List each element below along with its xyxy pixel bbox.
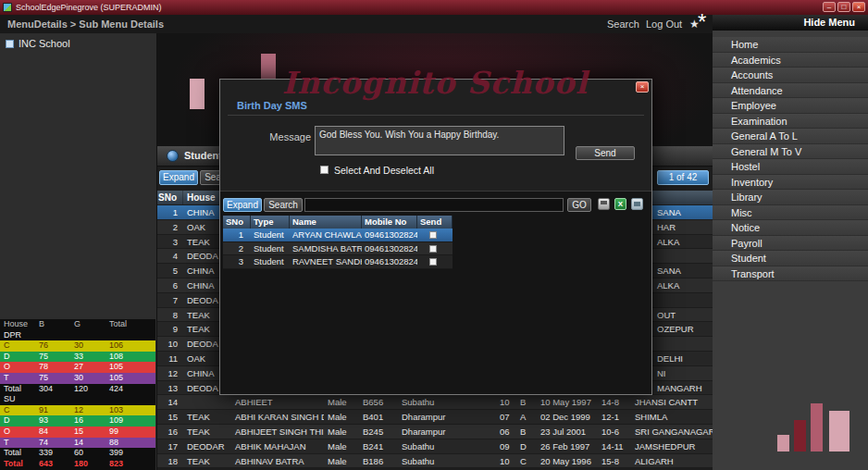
cell-dob: 23 Jul 2001 bbox=[537, 425, 598, 439]
stats-total: 399 bbox=[105, 448, 155, 459]
sms-table-header: SNo Type Name Mobile No Send bbox=[223, 216, 453, 229]
cell-room: B656 bbox=[359, 395, 398, 409]
send-button[interactable]: Send bbox=[576, 146, 635, 160]
close-button[interactable]: × bbox=[852, 2, 865, 12]
minimize-button[interactable]: – bbox=[823, 2, 836, 12]
dialog-close-icon[interactable]: × bbox=[636, 81, 649, 93]
tree-item-inc-school[interactable]: INC School bbox=[6, 38, 70, 49]
sidebar-item-payroll[interactable]: Payroll bbox=[713, 236, 868, 252]
table-row[interactable]: 14ABHIEETMaleB656Subathu10B10 May 199714… bbox=[157, 395, 713, 410]
pagination-badge[interactable]: 1 of 42 bbox=[657, 170, 709, 185]
search-button[interactable]: Search bbox=[264, 198, 303, 212]
cell-send bbox=[417, 255, 453, 268]
cell-sno: 13 bbox=[157, 381, 183, 395]
modal-table-row[interactable]: 3StudentRAVNEET SANDHU09461302824 bbox=[223, 255, 453, 269]
expand-button[interactable]: Expand bbox=[223, 198, 262, 212]
cell-mobile: 09461302824 bbox=[362, 255, 417, 268]
stats-house-label: O bbox=[0, 427, 35, 438]
sidebar-item-student[interactable]: Student bbox=[713, 251, 868, 266]
cell-section: B bbox=[516, 425, 537, 439]
table-row[interactable]: 16TEAKABHIJEET SINGH THINDMaleB245Dharam… bbox=[157, 425, 713, 439]
asterisk-icon[interactable]: * bbox=[698, 13, 706, 31]
stats-row: T741488 bbox=[0, 438, 155, 449]
breadcrumb[interactable]: MenuDetails > Sub Menu Details bbox=[7, 19, 164, 30]
go-button[interactable]: GO bbox=[567, 198, 591, 212]
cell-room: B401 bbox=[359, 410, 398, 424]
sidebar-item-transport[interactable]: Transport bbox=[713, 266, 868, 282]
export-save-icon[interactable] bbox=[631, 198, 643, 210]
stats-row: D7533108 bbox=[0, 352, 155, 363]
dialog-search-input[interactable] bbox=[304, 198, 564, 212]
stats-boys: 74 bbox=[35, 438, 70, 449]
print-icon[interactable] bbox=[598, 198, 610, 210]
cell-room: B241 bbox=[359, 439, 398, 453]
select-all-label: Select And Deselect All bbox=[334, 165, 434, 176]
cell-type: Student bbox=[251, 242, 290, 255]
stats-total bbox=[105, 394, 155, 405]
export-excel-icon[interactable]: X bbox=[614, 198, 626, 210]
stats-total: 103 bbox=[105, 405, 155, 416]
app-icon bbox=[3, 3, 12, 12]
sidebar-item-notice[interactable]: Notice bbox=[713, 220, 868, 236]
stats-row: T7530105 bbox=[0, 373, 155, 384]
sidebar-item-examination[interactable]: Examination bbox=[713, 114, 868, 130]
stats-house-label: C bbox=[0, 405, 35, 416]
table-row[interactable]: 17DEODARABHIK MAHAJANMaleB241Subathu09D2… bbox=[157, 439, 713, 454]
sidebar-item-home[interactable]: Home bbox=[713, 37, 868, 53]
cell-class: 06 bbox=[496, 425, 516, 439]
select-all-checkbox[interactable] bbox=[320, 166, 329, 174]
cell-class: 09 bbox=[496, 439, 516, 453]
search-link[interactable]: Search bbox=[607, 19, 639, 30]
table-row[interactable]: 15TEAKABHI KARAN SINGH DOGRAMaleB401Dhar… bbox=[157, 410, 713, 425]
stats-boys bbox=[35, 330, 70, 341]
stats-boys: 304 bbox=[35, 384, 70, 395]
expand-button[interactable]: Expand bbox=[159, 170, 198, 185]
cell-class: 10 bbox=[496, 454, 516, 468]
sidebar-item-general-a-to-l[interactable]: General A To L bbox=[713, 129, 868, 144]
sidebar-menu: HomeAcademicsAccountsAttendanceEmployeeE… bbox=[713, 37, 868, 281]
cell-campus: Subathu bbox=[398, 395, 496, 409]
decorative-bar bbox=[829, 411, 849, 451]
sidebar-item-inventory[interactable]: Inventory bbox=[713, 175, 868, 191]
cell-city: ALIGARH bbox=[631, 454, 713, 468]
cell-city bbox=[653, 249, 713, 263]
sidebar-item-hostel[interactable]: Hostel bbox=[713, 159, 868, 175]
stats-boys: 84 bbox=[35, 427, 70, 438]
cell-gender: Male bbox=[324, 425, 359, 439]
stats-boys: 339 bbox=[35, 448, 70, 459]
message-textarea[interactable]: God Bless You. Wish You a Happy Birthday… bbox=[315, 126, 564, 155]
modal-table-row[interactable]: 1StudentARYAN CHAWLA09461302824 bbox=[223, 229, 453, 242]
cell-age: 15-8 bbox=[598, 454, 631, 468]
sidebar-item-library[interactable]: Library bbox=[713, 190, 868, 205]
sidebar-item-employee[interactable]: Employee bbox=[713, 98, 868, 114]
modal-table-row[interactable]: 2StudentSAMDISHA BATRA09461302824 bbox=[223, 242, 453, 256]
send-checkbox[interactable] bbox=[429, 231, 437, 239]
cell-gender: Male bbox=[324, 395, 359, 409]
logout-link[interactable]: Log Out bbox=[646, 19, 682, 30]
decorative-bar bbox=[794, 420, 806, 451]
sidebar-item-general-m-to-v[interactable]: General M To V bbox=[713, 144, 868, 160]
students-icon bbox=[167, 150, 179, 162]
send-checkbox[interactable] bbox=[429, 245, 437, 253]
cell-age: 14-8 bbox=[598, 395, 631, 409]
stats-girls: 120 bbox=[70, 384, 105, 395]
sidebar-item-accounts[interactable]: Accounts bbox=[713, 68, 868, 83]
cell-city: HAR bbox=[653, 220, 713, 234]
stats-total: 99 bbox=[105, 427, 155, 438]
cell-city: SANA bbox=[653, 205, 713, 219]
cell-sno: 11 bbox=[157, 352, 183, 365]
sidebar-item-misc[interactable]: Misc bbox=[713, 205, 868, 221]
stats-boys: 91 bbox=[35, 405, 70, 416]
stats-total: 109 bbox=[105, 415, 155, 427]
cell-class: 10 bbox=[496, 395, 516, 409]
stats-total: 106 bbox=[105, 340, 155, 352]
maximize-button[interactable]: □ bbox=[837, 2, 850, 12]
hide-menu-header[interactable]: Hide Menu bbox=[713, 15, 868, 31]
table-row[interactable]: 18TEAKABHINAV BATRAMaleB186Subathu10C20 … bbox=[157, 454, 713, 469]
send-checkbox[interactable] bbox=[429, 258, 437, 266]
sidebar-item-attendance[interactable]: Attendance bbox=[713, 83, 868, 99]
cell-sno: 3 bbox=[223, 255, 251, 268]
stats-col-house: House bbox=[0, 319, 35, 330]
stats-boys: 643 bbox=[35, 459, 70, 470]
sidebar-item-academics[interactable]: Academics bbox=[713, 53, 868, 68]
